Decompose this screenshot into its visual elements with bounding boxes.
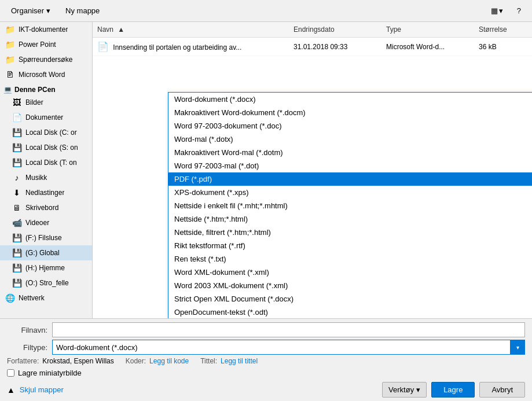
sidebar-item-musikk[interactable]: ♪ Musikk (0, 170, 92, 185)
file-icon: 📄 (97, 42, 109, 51)
action-row: ▲ Skjul mapper Verktøy ▾ Lagre Avbryt (7, 382, 525, 398)
sidebar-item-local-disk-s[interactable]: 💾 Local Disk (S: on (0, 140, 92, 155)
sidebar-item-h-hjemme[interactable]: 💾 (H:) Hjemme (0, 260, 92, 275)
filetype-option[interactable]: Word-mal (*.dotx) (168, 133, 532, 146)
filetype-option[interactable]: Makroaktivert Word-mal (*.dotm) (168, 146, 532, 159)
filetype-label: Filtype: (7, 343, 47, 352)
sidebar-item-dokumenter[interactable]: 📄 Dokumenter (0, 110, 92, 125)
lagre-miniatyr-checkbox[interactable] (7, 369, 14, 377)
file-type-cell: Microsoft Word-d... (381, 42, 474, 52)
sidebar-item-label: IKT-dokumenter (19, 25, 68, 34)
sidebar-item-local-disk-c[interactable]: 💾 Local Disk (C: or (0, 125, 92, 140)
sidebar-item-label: Spørreundersøke (19, 56, 72, 64)
filename-label: Filnavn: (7, 326, 47, 334)
sidebar-item-f-filsluse[interactable]: 💾 (F:) Filsluse (0, 230, 92, 245)
filetype-dropdown-arrow[interactable]: ▾ (510, 340, 525, 355)
sort-icon: ▲ (118, 25, 124, 34)
filetype-option[interactable]: XPS-dokument (*.xps) (168, 186, 532, 199)
view-icon: ▦ (491, 6, 498, 15)
sidebar-item-videoer[interactable]: 📹 Videoer (0, 215, 92, 230)
sidebar-item-label: Dokumenter (25, 113, 63, 122)
sidebar-item-label: Bilder (25, 98, 43, 106)
help-button[interactable]: ? (512, 3, 526, 18)
denne-pc-header[interactable]: 💻 Denne PCen (0, 82, 92, 95)
koder-link[interactable]: Legg til kode (149, 357, 189, 365)
metadata-row: Forfattere: Krokstad, Espen Willas Koder… (7, 357, 525, 365)
tittel-label: Tittel: (200, 357, 217, 365)
disk-icon: 💾 (12, 142, 22, 153)
filetype-option[interactable]: Word 97-2003-mal (*.dot) (168, 159, 532, 172)
filetype-option[interactable]: Nettside (*.htm;*.html) (168, 212, 532, 226)
bilder-icon: 🖼 (12, 97, 22, 108)
folder-icon: 📁 (5, 39, 15, 50)
sidebar-item-skrivebord[interactable]: 🖥 Skrivebord (0, 200, 92, 215)
filetype-option[interactable]: Strict Open XML Document (*.docx) (168, 292, 532, 306)
disk-icon: 💾 (12, 263, 22, 273)
avbryt-button[interactable]: Avbryt (479, 382, 525, 398)
filetype-option[interactable]: Nettside i enkelt fil (*.mht;*.mhtml) (168, 199, 532, 212)
filetype-select[interactable] (52, 340, 525, 355)
disk-icon: 💾 (12, 248, 22, 258)
toolbar-right: ▦ ▾ ? (487, 3, 526, 18)
filetype-select-wrapper: ▾ (52, 340, 525, 355)
sidebar-item-label: Local Disk (T: on (25, 159, 77, 167)
filename-input[interactable] (52, 322, 525, 337)
sidebar-item-g-global[interactable]: 💾 (G:) Global (0, 245, 92, 260)
file-name-cell: 📄 Innsending til portalen og utarbeiding… (93, 40, 289, 53)
action-left: ▲ Skjul mapper (7, 385, 64, 395)
organiser-button[interactable]: Organiser ▾ (6, 3, 56, 18)
sidebar-item-label: Nedlastinger (25, 189, 64, 197)
sidebar-item-microsoft-word[interactable]: 🖹 Microsoft Word (0, 67, 92, 82)
filetype-option[interactable]: Rikt tekstformat (*.rtf) (168, 239, 532, 252)
verktoy-label: Verktøy (388, 385, 414, 394)
disk-icon: 💾 (12, 127, 22, 138)
col-header-navn[interactable]: Navn ▲ (93, 24, 289, 35)
nedlastinger-icon: ⬇ (12, 187, 22, 198)
view-dropdown-arrow: ▾ (499, 6, 503, 15)
filetype-option[interactable]: Nettside, filtrert (*.htm;*.html) (168, 226, 532, 239)
folder-icon: 📁 (5, 54, 15, 65)
app-icon: 🖹 (5, 69, 15, 80)
sidebar-item-label: Videoer (25, 219, 49, 227)
sidebar-item-local-disk-t[interactable]: 💾 Local Disk (T: on (0, 155, 92, 170)
sidebar: 📁 IKT-dokumenter 📁 Power Point 📁 Spørreu… (0, 22, 93, 318)
sidebar-item-bilder[interactable]: 🖼 Bilder (0, 95, 92, 110)
ny-mappe-button[interactable]: Ny mappe (60, 3, 105, 18)
filetype-option[interactable]: Word-dokument (*.docx) (168, 93, 532, 106)
chevron-up-icon: ▲ (7, 385, 15, 395)
col-header-endringsdato[interactable]: Endringsdato (289, 24, 381, 35)
filetype-options-list: Word-dokument (*.docx)Makroaktivert Word… (168, 93, 532, 318)
sidebar-item-o-stro[interactable]: 💾 (O:) Stro_felle (0, 275, 92, 290)
sidebar-item-label: (O:) Stro_felle (25, 279, 69, 287)
filetype-dropdown[interactable]: Word-dokument (*.docx)Makroaktivert Word… (168, 92, 532, 318)
view-button[interactable]: ▦ ▾ (487, 3, 507, 18)
sidebar-item-sporre[interactable]: 📁 Spørreundersøke (0, 52, 92, 67)
tittel-link[interactable]: Legg til tittel (221, 357, 258, 365)
sidebar-item-nettverk[interactable]: 🌐 Nettverk (0, 290, 92, 306)
action-right: Verktøy ▾ Lagre Avbryt (382, 382, 525, 398)
filetype-option[interactable]: OpenDocument-tekst (*.odt) (168, 306, 532, 318)
sidebar-item-ikt[interactable]: 📁 IKT-dokumenter (0, 22, 92, 37)
filetype-option[interactable]: Ren tekst (*.txt) (168, 252, 532, 266)
sidebar-item-powerpoint[interactable]: 📁 Power Point (0, 37, 92, 52)
verktoy-button[interactable]: Verktøy ▾ (382, 382, 427, 398)
musikk-icon: ♪ (12, 172, 22, 183)
checkbox-row: Lagre miniatyrbilde (7, 369, 525, 377)
ny-mappe-label: Ny mappe (65, 6, 100, 15)
filetype-option[interactable]: PDF (*.pdf) (168, 172, 532, 186)
dokumenter-icon: 📄 (12, 112, 22, 123)
videoer-icon: 📹 (12, 218, 22, 228)
filename-row: Filnavn: (7, 322, 525, 337)
lagre-button[interactable]: Lagre (431, 382, 475, 398)
col-header-storrelse[interactable]: Størrelse (474, 24, 532, 35)
sidebar-item-label: (H:) Hjemme (25, 264, 65, 272)
filetype-option[interactable]: Word 2003 XML-dokument (*.xml) (168, 279, 532, 292)
filetype-option[interactable]: Word 97-2003-dokument (*.doc) (168, 119, 532, 133)
sidebar-item-nedlastinger[interactable]: ⬇ Nedlastinger (0, 185, 92, 200)
table-row[interactable]: 📄 Innsending til portalen og utarbeiding… (93, 38, 532, 56)
filetype-row: Filtype: ▾ (7, 340, 525, 355)
filetype-option[interactable]: Makroaktivert Word-dokument (*.docm) (168, 106, 532, 119)
toolbar: Organiser ▾ Ny mappe ▦ ▾ ? (0, 0, 532, 22)
filetype-option[interactable]: Word XML-dokument (*.xml) (168, 266, 532, 279)
col-header-type[interactable]: Type (381, 24, 474, 35)
